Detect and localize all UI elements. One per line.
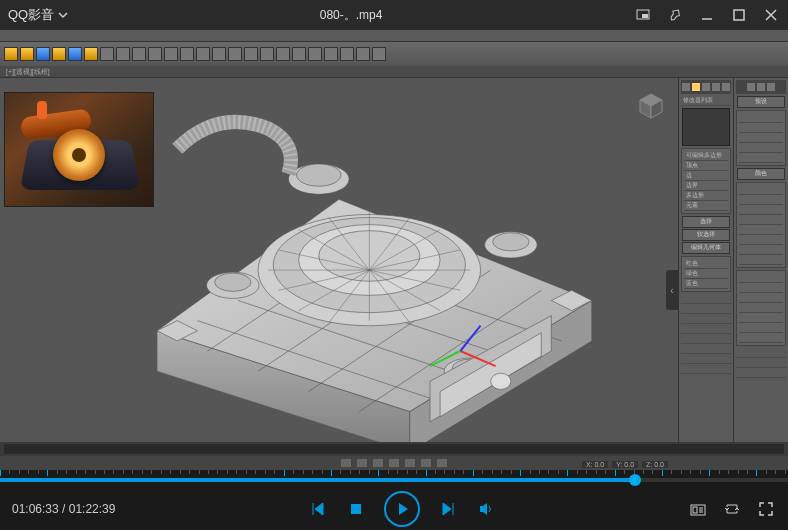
progress-thumb[interactable]	[629, 474, 641, 486]
toolbar-icon	[212, 47, 226, 61]
pip-button[interactable]	[634, 6, 652, 24]
progress-ticks	[0, 470, 788, 476]
pin-button[interactable]	[666, 6, 684, 24]
toolbar-icon	[148, 47, 162, 61]
video-content: [+][透视][线框]	[0, 30, 788, 470]
progress-bar[interactable]	[0, 470, 788, 488]
right-panels: 修改器列表 可编辑多边形 顶点 边 边界 多边形 元素 选择 软选择 编辑几何体…	[678, 78, 788, 442]
svg-point-25	[215, 273, 251, 291]
app-title[interactable]: QQ影音	[8, 6, 68, 24]
toolbar-icon	[164, 47, 178, 61]
toolbar-icon	[244, 47, 258, 61]
svg-point-31	[297, 164, 341, 186]
panel-button: 编辑几何体	[682, 242, 730, 254]
window-controls	[634, 6, 780, 24]
close-button[interactable]	[762, 6, 780, 24]
toolbar-icon	[276, 47, 290, 61]
toolbar-icon	[36, 47, 50, 61]
toolbar-icon	[4, 47, 18, 61]
total-time: 01:22:39	[69, 502, 116, 516]
toolbar-icon	[228, 47, 242, 61]
animation-timeline	[4, 444, 784, 454]
open-file-button[interactable]	[688, 499, 708, 519]
file-title: 080-。.mp4	[68, 7, 634, 24]
toolbar-icon	[340, 47, 354, 61]
svg-rect-3	[734, 10, 744, 20]
player-controls: 01:06:33 / 01:22:39	[0, 488, 788, 530]
toolbar-icon	[196, 47, 210, 61]
svg-point-32	[491, 373, 511, 389]
material-swatch	[682, 108, 730, 146]
titlebar: QQ影音 080-。.mp4	[0, 0, 788, 30]
viewcube-icon	[634, 90, 668, 124]
toolbar-icon	[68, 47, 82, 61]
svg-point-27	[493, 233, 529, 251]
toolbar-icon	[84, 47, 98, 61]
toolbar-icon	[20, 47, 34, 61]
status-readout: X: 0.0 Y: 0.0 Z: 0.0	[582, 461, 668, 468]
svg-rect-38	[693, 507, 697, 513]
toolbar-icon	[132, 47, 146, 61]
play-button[interactable]	[384, 491, 420, 527]
progress-fill	[0, 478, 635, 482]
volume-button[interactable]	[476, 499, 496, 519]
chevron-down-icon	[58, 10, 68, 20]
toolbar-icon	[356, 47, 370, 61]
stop-button[interactable]	[346, 499, 366, 519]
toolbar-icon	[292, 47, 306, 61]
maximize-button[interactable]	[730, 6, 748, 24]
fullscreen-button[interactable]	[756, 499, 776, 519]
subbar-tab: [+][透视][线框]	[6, 67, 50, 77]
software-subtoolbar: [+][透视][线框]	[0, 66, 788, 78]
edge-expand-tab: ‹	[666, 270, 678, 310]
app-name-label: QQ影音	[8, 6, 54, 24]
toolbar-icon	[116, 47, 130, 61]
toolbar-icon	[372, 47, 386, 61]
software-toolbar	[0, 42, 788, 66]
time-display: 01:06:33 / 01:22:39	[12, 502, 115, 516]
svg-rect-1	[642, 14, 648, 18]
modifier-list-label: 修改器列表	[681, 96, 731, 106]
minimize-button[interactable]	[698, 6, 716, 24]
current-time: 01:06:33	[12, 502, 59, 516]
panel-button: 软选择	[682, 229, 730, 241]
toolbar-icon	[260, 47, 274, 61]
next-button[interactable]	[438, 499, 458, 519]
svg-rect-36	[351, 504, 361, 514]
software-menubar	[0, 30, 788, 42]
repeat-button[interactable]	[722, 499, 742, 519]
software-bottom-bar: X: 0.0 Y: 0.0 Z: 0.0	[0, 442, 788, 470]
toolbar-icon	[308, 47, 322, 61]
prev-button[interactable]	[308, 499, 328, 519]
toolbar-icon	[100, 47, 114, 61]
animation-controls	[0, 456, 788, 470]
panel-button: 选择	[682, 216, 730, 228]
secondary-panel: 预设 颜色	[733, 78, 788, 442]
toolbar-icon	[52, 47, 66, 61]
toolbar-icon	[180, 47, 194, 61]
toolbar-icon	[324, 47, 338, 61]
reference-image	[4, 92, 154, 207]
modifier-panel: 修改器列表 可编辑多边形 顶点 边 边界 多边形 元素 选择 软选择 编辑几何体…	[678, 78, 733, 442]
